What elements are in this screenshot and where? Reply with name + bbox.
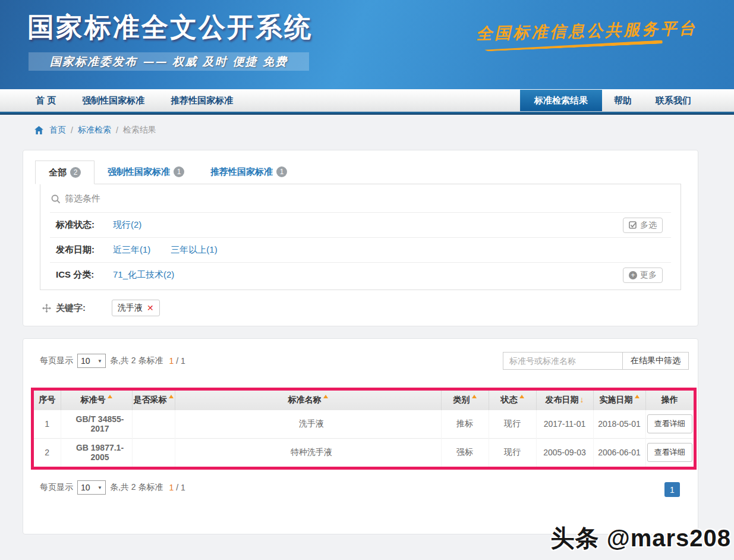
view-detail-button[interactable]: 查看详细 [647, 443, 692, 462]
cell-action: 查看详细 [645, 410, 694, 438]
filter-row-status: 标准状态: 现行(2) 多选 [50, 212, 671, 237]
results-card: 每页显示 10 ▼ 条,共 2 条标准 1 / 1 在结果中筛选 序号 标准号 … [23, 338, 698, 534]
per-page-label: 每页显示 [40, 482, 73, 493]
filter-option-over-3y[interactable]: 三年以上(1) [171, 244, 217, 256]
multi-select-label: 多选 [640, 220, 657, 231]
tab-all-label: 全部 [49, 167, 67, 178]
nav-underline [0, 112, 734, 115]
tab-recommended-label: 推荐性国家标准 [210, 166, 273, 178]
filter-option-current[interactable]: 现行(2) [113, 219, 141, 231]
table-row: 1 GB/T 34855-2017 洗手液 推标 现行 2017-11-01 2… [34, 410, 694, 438]
tab-all[interactable]: 全部 2 [35, 161, 94, 184]
sort-asc-icon [108, 395, 112, 398]
keyword-tag-text: 洗手液 [118, 303, 143, 313]
tab-all-count-badge: 2 [70, 167, 81, 178]
move-icon [42, 304, 51, 313]
filter-title: 筛选条件 [65, 193, 100, 205]
keyword-row: 关键字: 洗手液 ✕ [42, 300, 698, 316]
page-total: 1 [181, 356, 185, 366]
keyword-tag[interactable]: 洗手液 ✕ [112, 300, 160, 316]
breadcrumb-standard-search[interactable]: 标准检索 [78, 125, 111, 136]
col-category[interactable]: 类别 [441, 391, 489, 410]
filter-box: 筛选条件 标准状态: 现行(2) 多选 发布日期: 近三年(1) 三年以上(1)… [40, 184, 681, 290]
nav-item-search-results[interactable]: 标准检索结果 [520, 90, 602, 111]
per-page-value: 10 [81, 483, 90, 492]
close-icon[interactable]: ✕ [147, 303, 154, 313]
filter-option-recent-3y[interactable]: 近三年(1) [113, 244, 150, 256]
cell-implement-date: 2006-06-01 [593, 438, 645, 467]
nav-item-mandatory-standards[interactable]: 强制性国家标准 [82, 95, 144, 106]
home-icon [34, 126, 43, 134]
highlight-annotation-frame: 序号 标准号 是否采标 标准名称 类别 状态 发布日期↓ 实施日期 操作 1 G… [31, 388, 697, 470]
tab-mandatory[interactable]: 强制性国家标准 1 [94, 160, 197, 184]
col-index[interactable]: 序号 [34, 391, 61, 410]
nav-right-group: 标准检索结果 帮助 联系我们 [520, 90, 734, 111]
result-tabs: 全部 2 强制性国家标准 1 推荐性国家标准 1 [35, 160, 698, 184]
col-status[interactable]: 状态 [489, 391, 536, 410]
bottom-controls-row: 每页显示 10 ▼ 条,共 2 条标准 1 / 1 [23, 480, 698, 495]
plus-circle-icon: + [629, 271, 637, 279]
table-row: 2 GB 19877.1-2005 特种洗手液 强标 现行 2005-09-03… [34, 438, 694, 467]
page-button-1[interactable]: 1 [664, 482, 680, 497]
cell-standard-name: 特种洗手液 [175, 438, 441, 467]
per-page-select-bottom[interactable]: 10 ▼ [77, 480, 106, 495]
breadcrumb: 首页 / 标准检索 / 检索结果 [34, 125, 734, 136]
per-page-select[interactable]: 10 ▼ [77, 354, 106, 368]
per-page-label: 每页显示 [40, 355, 73, 366]
page-indicator: 1 / 1 [169, 483, 185, 492]
tab-recommended[interactable]: 推荐性国家标准 1 [197, 160, 300, 184]
filter-option-ics-71[interactable]: 71_化工技术(2) [113, 269, 174, 281]
nav-item-contact[interactable]: 联系我们 [644, 90, 703, 111]
table-header-row: 序号 标准号 是否采标 标准名称 类别 状态 发布日期↓ 实施日期 操作 [34, 391, 694, 410]
col-adopted[interactable]: 是否采标 [132, 391, 175, 410]
nav-item-home[interactable]: 首 页 [36, 95, 56, 106]
sort-desc-icon: ↓ [580, 395, 584, 404]
filter-title-row: 筛选条件 [50, 184, 671, 212]
cell-standard-name: 洗手液 [175, 410, 441, 438]
cell-implement-date: 2018-05-01 [593, 410, 645, 438]
breadcrumb-separator: / [71, 125, 73, 135]
standard-code-link[interactable]: GB 19877.1-2005 [61, 438, 132, 467]
filter-label-status: 标准状态: [56, 219, 113, 231]
page-current: 1 [169, 483, 174, 492]
watermark: 头条 @mars208 [551, 522, 731, 555]
filter-label-ics: ICS 分类: [56, 269, 113, 281]
main-nav: 首 页 强制性国家标准 推荐性国家标准 标准检索结果 帮助 联系我们 [0, 89, 734, 112]
multi-select-button[interactable]: 多选 [623, 218, 663, 233]
sort-asc-icon [169, 395, 174, 398]
cell-status: 现行 [489, 438, 536, 467]
view-detail-button[interactable]: 查看详细 [647, 414, 692, 433]
col-publish-date[interactable]: 发布日期↓ [536, 391, 593, 410]
result-count-label: 条,共 2 条标准 [110, 482, 163, 493]
breadcrumb-current: 检索结果 [123, 125, 156, 136]
sort-asc-icon [519, 395, 524, 398]
tab-mandatory-count-badge: 1 [174, 166, 184, 177]
col-implement-date[interactable]: 实施日期 [593, 391, 645, 410]
cell-adopted [132, 410, 175, 438]
more-label: 更多 [640, 270, 657, 281]
site-subtitle-bar: 国家标准委发布 —— 权威 及时 便捷 免费 [29, 52, 309, 71]
tab-mandatory-label: 强制性国家标准 [108, 166, 170, 178]
sort-asc-icon [472, 395, 477, 398]
nav-item-help[interactable]: 帮助 [602, 90, 644, 111]
col-name[interactable]: 标准名称 [175, 391, 441, 410]
more-button[interactable]: + 更多 [623, 268, 663, 283]
page-current: 1 [169, 356, 174, 366]
sort-asc-icon [323, 395, 328, 398]
breadcrumb-home[interactable]: 首页 [49, 125, 66, 136]
sort-asc-icon [635, 395, 640, 398]
page-total: 1 [181, 483, 185, 492]
chevron-down-icon: ▼ [97, 485, 102, 490]
platform-slogan: 全国标准信息公共服务平台 [476, 17, 698, 45]
cell-index: 2 [34, 438, 61, 467]
standard-code-link[interactable]: GB/T 34855-2017 [61, 410, 132, 438]
per-page-value: 10 [81, 356, 90, 366]
filter-row-publish-date: 发布日期: 近三年(1) 三年以上(1) [50, 237, 671, 262]
result-search-input[interactable] [503, 352, 623, 370]
site-header: 国家标准全文公开系统 国家标准委发布 —— 权威 及时 便捷 免费 全国标准信息… [0, 0, 734, 89]
nav-left-group: 首 页 强制性国家标准 推荐性国家标准 [0, 90, 233, 111]
site-subtitle: 国家标准委发布 —— 权威 及时 便捷 免费 [50, 54, 288, 70]
nav-item-recommended-standards[interactable]: 推荐性国家标准 [171, 95, 233, 106]
filter-in-results-button[interactable]: 在结果中筛选 [622, 352, 689, 370]
col-code[interactable]: 标准号 [61, 391, 132, 410]
